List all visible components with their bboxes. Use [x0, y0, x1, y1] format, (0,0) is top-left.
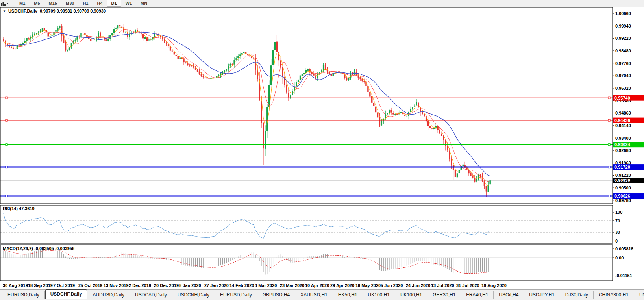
- toolbar-separator: [154, 1, 154, 6]
- svg-text:0.92680: 0.92680: [615, 148, 631, 153]
- svg-text:18 Sep 2019: 18 Sep 2019: [28, 283, 53, 288]
- svg-text:25 Oct 2019: 25 Oct 2019: [78, 283, 102, 288]
- chart-background: [0, 7, 644, 289]
- tf-button-m30[interactable]: M30: [61, 0, 78, 7]
- hline-handle[interactable]: [608, 144, 610, 146]
- timeframe-buttons: M1M5M15M30H1H4D1W1MN: [15, 0, 152, 7]
- svg-text:2 Dec 2019: 2 Dec 2019: [129, 283, 151, 288]
- svg-text:10 Apr 2020: 10 Apr 2020: [305, 283, 329, 288]
- svg-text:13 Jul 2020: 13 Jul 2020: [431, 283, 454, 288]
- svg-text:0.93024: 0.93024: [614, 142, 631, 147]
- tf-button-m15[interactable]: M15: [44, 0, 61, 7]
- chart-tab-uk100-h1[interactable]: UK100,H1: [363, 291, 395, 299]
- chevron-down-icon[interactable]: ▾: [7, 2, 8, 5]
- hline-handle[interactable]: [6, 97, 7, 99]
- rsi-indicator-label: RSI(14) 47.3619: [3, 206, 35, 211]
- tf-button-h1[interactable]: H1: [78, 0, 93, 7]
- svg-text:0.91720: 0.91720: [614, 165, 630, 169]
- svg-text:0.91220: 0.91220: [615, 173, 631, 178]
- tf-button-h4[interactable]: H4: [93, 0, 107, 7]
- svg-text:23 Mar 2020: 23 Mar 2020: [280, 283, 304, 288]
- chart-tab-usdcnh-daily[interactable]: USDCNH,Daily: [172, 291, 215, 299]
- chart-tab-usdjpy-h1[interactable]: USDJPY,H1: [524, 291, 560, 299]
- svg-text:0.90939: 0.90939: [614, 178, 630, 183]
- chart-type-icon[interactable]: [0, 1, 6, 6]
- svg-text:24 Jun 2020: 24 Jun 2020: [406, 283, 430, 288]
- chart-tab-fra40-h1[interactable]: FRA40,H1: [461, 291, 494, 299]
- chart-tab-usoil-h1[interactable]: USOil,H1: [634, 291, 644, 299]
- svg-text:27 Jan 2020: 27 Jan 2020: [204, 283, 229, 288]
- svg-text:5 Jun 2020: 5 Jun 2020: [381, 283, 403, 288]
- svg-text:0.94140: 0.94140: [615, 123, 631, 128]
- svg-text:0.94860: 0.94860: [615, 111, 631, 115]
- svg-text:0.95740: 0.95740: [614, 96, 630, 100]
- date-axis: 30 Aug 201918 Sep 20197 Oct 201925 Oct 2…: [3, 283, 507, 288]
- svg-text:13 Nov 2019: 13 Nov 2019: [104, 283, 129, 288]
- chart-tab-eurusd-daily[interactable]: EURUSD,Daily: [2, 291, 45, 299]
- chart-tab-hk50-h1[interactable]: HK50,H1: [333, 291, 363, 299]
- svg-text:70: 70: [615, 219, 620, 223]
- svg-text:0.99220: 0.99220: [615, 36, 631, 41]
- mt4-window: ▾ M1M5M15M30H1H4D1W1MN 1.006600.999400.9…: [0, 0, 644, 300]
- svg-text:0.93400: 0.93400: [615, 136, 631, 141]
- svg-text:19 Aug 2020: 19 Aug 2020: [481, 283, 507, 288]
- hline-handle[interactable]: [608, 166, 610, 168]
- svg-text:-0.01151: -0.01151: [615, 273, 632, 278]
- hline-handle[interactable]: [6, 195, 7, 197]
- chart-window: 1.006600.999400.992200.984800.977600.970…: [0, 7, 644, 289]
- svg-text:0.97760: 0.97760: [615, 61, 631, 66]
- svg-text:7 Oct 2019: 7 Oct 2019: [53, 283, 75, 288]
- chart-ohlc-values: 0.90709 0.90981 0.90709 0.90939: [40, 9, 106, 13]
- chart-tab-usoil-h4[interactable]: USOil,H4: [494, 291, 524, 299]
- svg-text:0.98480: 0.98480: [615, 48, 631, 53]
- chart-toolbar: ▾ M1M5M15M30H1H4D1W1MN: [0, 0, 644, 7]
- svg-text:30: 30: [615, 230, 620, 235]
- chart-tab-xauusd-h1[interactable]: XAUUSD,H1: [295, 291, 333, 299]
- chart-symbol-label: USDCHF,Daily: [8, 9, 37, 13]
- chart-tab-china300-h1[interactable]: CHINA300,H1: [594, 291, 634, 299]
- svg-text:0.90500: 0.90500: [615, 185, 631, 190]
- svg-text:0.96320: 0.96320: [615, 86, 631, 91]
- chart-tab-dj30-daily[interactable]: DJ30,Daily: [560, 291, 594, 299]
- chart-tab-audusd-daily[interactable]: AUDUSD,Daily: [87, 291, 130, 299]
- tf-button-mn[interactable]: MN: [136, 0, 152, 7]
- svg-text:14 Feb 2020: 14 Feb 2020: [229, 283, 254, 288]
- chart-canvas[interactable]: 1.006600.999400.992200.984800.977600.970…: [0, 7, 644, 289]
- toolbar-grip: [11, 1, 13, 6]
- macd-indicator-label: MACD(12,26,9) -0.003505 -0.003958: [3, 246, 74, 251]
- svg-text:0.005818: 0.005818: [615, 246, 633, 251]
- chart-tab-usdchf-daily[interactable]: USDCHF,Daily: [45, 289, 87, 299]
- svg-text:0.97040: 0.97040: [615, 73, 631, 78]
- hline-handle[interactable]: [6, 119, 7, 121]
- hline-handle[interactable]: [608, 119, 610, 121]
- chart-tab-ger30-h1[interactable]: GER30,H1: [427, 291, 461, 299]
- svg-text:0.94436: 0.94436: [614, 118, 630, 123]
- chart-tab-bar: EURUSD,DailyUSDCHF,DailyAUDUSD,DailyUSDC…: [0, 289, 644, 300]
- chart-title: ▼ USDCHF,Daily 0.90709 0.90981 0.90709 0…: [3, 9, 106, 13]
- tf-button-w1[interactable]: W1: [121, 0, 137, 7]
- svg-text:18 May 2020: 18 May 2020: [355, 283, 381, 288]
- svg-text:0.99940: 0.99940: [615, 24, 631, 28]
- chart-tab-eurusd-daily[interactable]: EURUSD,Daily: [215, 291, 257, 299]
- chevron-down-icon[interactable]: ▼: [3, 9, 6, 13]
- svg-text:29 Apr 2020: 29 Apr 2020: [330, 283, 354, 288]
- tf-button-m1[interactable]: M1: [15, 0, 30, 7]
- svg-text:20 Dec 2019: 20 Dec 2019: [154, 283, 179, 288]
- svg-text:0.00: 0.00: [615, 256, 624, 260]
- svg-text:0.90026: 0.90026: [614, 194, 630, 198]
- hline-handle[interactable]: [608, 195, 610, 197]
- chart-tab-usdcad-daily[interactable]: USDCAD,Daily: [130, 291, 172, 299]
- svg-text:1.00660: 1.00660: [615, 11, 631, 16]
- tf-button-m5[interactable]: M5: [30, 0, 44, 7]
- chart-tab-uk100-h1[interactable]: UK100,H1: [395, 291, 427, 299]
- chart-tab-gbpusd-h4[interactable]: GBPUSD,H4: [257, 291, 295, 299]
- hline-handle[interactable]: [608, 97, 610, 99]
- tf-button-d1[interactable]: D1: [107, 0, 121, 7]
- svg-text:4 Mar 2020: 4 Mar 2020: [255, 283, 277, 288]
- svg-text:100: 100: [615, 210, 622, 215]
- svg-text:0: 0: [615, 239, 618, 243]
- hline-handle[interactable]: [6, 144, 7, 146]
- svg-text:31 Jul 2020: 31 Jul 2020: [456, 283, 479, 288]
- svg-text:8 Jan 2020: 8 Jan 2020: [179, 283, 201, 288]
- hline-handle[interactable]: [6, 166, 7, 168]
